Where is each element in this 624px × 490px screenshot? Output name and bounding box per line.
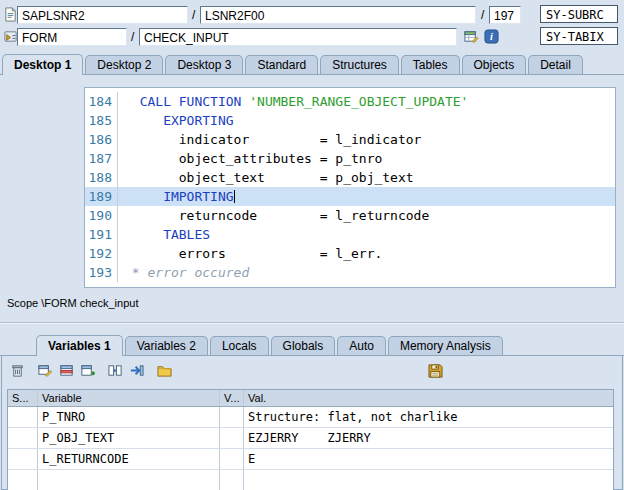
variables-toolbar xyxy=(8,361,173,379)
code-text[interactable]: object_text = p_obj_text xyxy=(117,168,615,187)
tab-auto[interactable]: Auto xyxy=(337,336,386,355)
text-cursor xyxy=(234,190,235,203)
cell-s[interactable] xyxy=(8,470,38,490)
table-row[interactable]: L_RETURNCODEE xyxy=(8,449,613,470)
table-row[interactable]: P_OBJ_TEXTEZJERRY ZJERRY xyxy=(8,428,613,449)
cell-variable[interactable]: P_OBJ_TEXT xyxy=(38,428,220,448)
code-line-193[interactable]: 193 * error occured xyxy=(85,263,615,282)
save-icon[interactable] xyxy=(426,361,444,379)
cell-v[interactable] xyxy=(220,470,244,490)
column-header-variable[interactable]: Variable xyxy=(38,390,220,406)
code-text[interactable]: CALL FUNCTION 'NUMBER_RANGE_OBJECT_UPDAT… xyxy=(117,92,615,111)
tab-desktop-1[interactable]: Desktop 1 xyxy=(2,54,83,75)
line-number[interactable]: 189 xyxy=(85,187,117,206)
code-line-187[interactable]: 187 object_attributes = p_tnro xyxy=(85,149,615,168)
sort-columns-icon[interactable] xyxy=(106,361,124,379)
cell-v[interactable] xyxy=(220,407,244,427)
cell-variable[interactable]: L_RETURNCODE xyxy=(38,449,220,469)
code-text[interactable]: object_attributes = p_tnro xyxy=(117,149,615,168)
services-folder-icon[interactable] xyxy=(155,361,173,379)
code-line-185[interactable]: 185 EXPORTING xyxy=(85,111,615,130)
code-line-190[interactable]: 190 returncode = l_returncode xyxy=(85,206,615,225)
code-text[interactable]: indicator = l_indicator xyxy=(117,130,615,149)
cell-variable[interactable]: P_TNRO xyxy=(38,407,220,427)
code-line-184[interactable]: 184 CALL FUNCTION 'NUMBER_RANGE_OBJECT_U… xyxy=(85,92,615,111)
delete-variable-icon[interactable] xyxy=(57,361,75,379)
table-row[interactable]: P_TNROStructure: flat, not charlike xyxy=(8,407,613,428)
info-icon[interactable]: i xyxy=(483,28,500,45)
tab-variables-1[interactable]: Variables 1 xyxy=(36,335,123,356)
code-text[interactable]: returncode = l_returncode xyxy=(117,206,615,225)
upper-tab-divider xyxy=(0,74,624,75)
tab-locals[interactable]: Locals xyxy=(210,336,269,355)
table-body: P_TNROStructure: flat, not charlikeP_OBJ… xyxy=(8,407,613,490)
tab-globals[interactable]: Globals xyxy=(271,336,336,355)
line-number[interactable]: 193 xyxy=(85,263,117,282)
separator: / xyxy=(131,30,134,44)
goto-variable-icon[interactable] xyxy=(127,361,145,379)
tab-detail[interactable]: Detail xyxy=(528,55,583,74)
edit-grid-icon[interactable] xyxy=(463,28,480,45)
abap-debugger-window: SAPLSNR2 / LSNR2F00 / 197 SY-SUBRC FORM … xyxy=(0,0,624,490)
tab-objects[interactable]: Objects xyxy=(462,55,527,74)
code-text[interactable]: IMPORTING xyxy=(117,187,615,206)
line-number[interactable]: 188 xyxy=(85,168,117,187)
watch-field-sy-tabix[interactable]: SY-TABIX xyxy=(540,27,618,45)
tab-desktop-3[interactable]: Desktop 3 xyxy=(165,55,243,74)
cell-val[interactable]: EZJERRY ZJERRY xyxy=(244,428,613,448)
cell-s[interactable] xyxy=(8,449,38,469)
cell-s[interactable] xyxy=(8,428,38,448)
cell-s[interactable] xyxy=(8,407,38,427)
cell-v[interactable] xyxy=(220,449,244,469)
line-number[interactable]: 187 xyxy=(85,149,117,168)
line-number[interactable]: 186 xyxy=(85,130,117,149)
variables-table: S... Variable V... Val. P_TNROStructure:… xyxy=(7,389,614,490)
code-text[interactable]: EXPORTING xyxy=(117,111,615,130)
insert-variable-icon[interactable] xyxy=(78,361,96,379)
separator: / xyxy=(481,8,484,22)
line-number-field[interactable]: 197 xyxy=(489,6,521,24)
trash-icon[interactable] xyxy=(8,361,26,379)
tab-variables-2[interactable]: Variables 2 xyxy=(125,336,208,355)
column-header-v[interactable]: V... xyxy=(220,390,244,406)
tab-structures[interactable]: Structures xyxy=(320,55,399,74)
code-line-192[interactable]: 192 errors = l_err. xyxy=(85,244,615,263)
column-header-val[interactable]: Val. xyxy=(244,390,613,406)
table-row[interactable] xyxy=(8,470,613,490)
cell-val[interactable]: Structure: flat, not charlike xyxy=(244,407,613,427)
code-line-191[interactable]: 191 TABLES xyxy=(85,225,615,244)
code-line-189[interactable]: 189 IMPORTING xyxy=(85,187,615,206)
change-value-icon[interactable] xyxy=(36,361,54,379)
cell-val[interactable]: E xyxy=(244,449,613,469)
tab-desktop-2[interactable]: Desktop 2 xyxy=(85,55,163,74)
code-editor[interactable]: 184 CALL FUNCTION 'NUMBER_RANGE_OBJECT_U… xyxy=(84,87,616,288)
event-type-field[interactable]: FORM xyxy=(17,28,127,46)
table-header-row: S... Variable V... Val. xyxy=(8,390,613,407)
include-field[interactable]: LSNR2F00 xyxy=(200,6,476,24)
code-lines: 184 CALL FUNCTION 'NUMBER_RANGE_OBJECT_U… xyxy=(85,92,615,282)
tab-tables[interactable]: Tables xyxy=(401,55,460,74)
line-number[interactable]: 191 xyxy=(85,225,117,244)
line-number[interactable]: 192 xyxy=(85,244,117,263)
watch-field-sy-subrc[interactable]: SY-SUBRC xyxy=(540,5,618,23)
line-number[interactable]: 185 xyxy=(85,111,117,130)
separator: / xyxy=(192,8,195,22)
cell-variable[interactable] xyxy=(38,470,220,490)
code-line-186[interactable]: 186 indicator = l_indicator xyxy=(85,130,615,149)
line-number[interactable]: 184 xyxy=(85,92,117,111)
code-text[interactable]: TABLES xyxy=(117,225,615,244)
code-text[interactable]: errors = l_err. xyxy=(117,244,615,263)
event-name-field[interactable]: CHECK_INPUT xyxy=(139,28,457,46)
column-header-s[interactable]: S... xyxy=(8,390,38,406)
code-line-188[interactable]: 188 object_text = p_obj_text xyxy=(85,168,615,187)
cell-val[interactable] xyxy=(244,470,613,490)
cell-v[interactable] xyxy=(220,428,244,448)
code-text[interactable]: * error occured xyxy=(117,263,615,282)
program-field[interactable]: SAPLSNR2 xyxy=(17,6,188,24)
tab-memory-analysis[interactable]: Memory Analysis xyxy=(388,336,503,355)
desktop-tabstrip: Desktop 1Desktop 2Desktop 3StandardStruc… xyxy=(2,53,583,74)
svg-text:i: i xyxy=(490,31,493,42)
tab-standard[interactable]: Standard xyxy=(245,55,318,74)
line-number[interactable]: 190 xyxy=(85,206,117,225)
scope-status: Scope \FORM check_input xyxy=(7,297,138,309)
